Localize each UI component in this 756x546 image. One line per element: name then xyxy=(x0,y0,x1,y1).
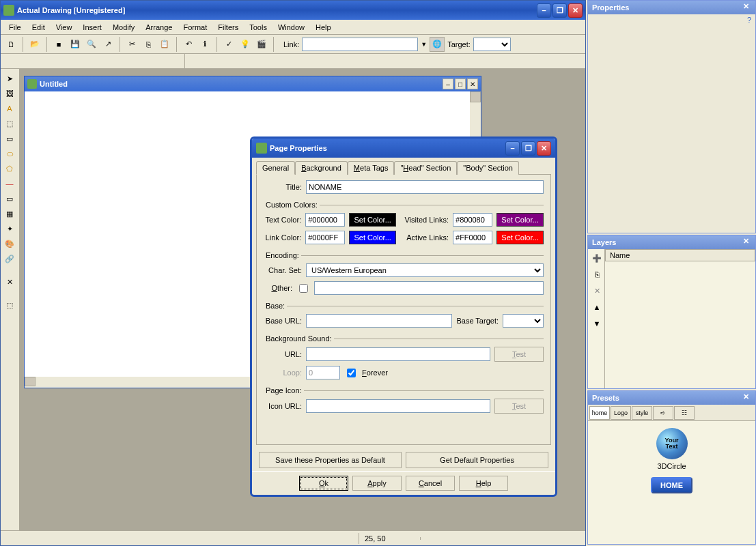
preset-tab-style[interactable]: style xyxy=(632,406,652,420)
bulb-icon[interactable]: 💡 xyxy=(238,37,253,52)
layer-up-icon[interactable]: ▲ xyxy=(591,301,603,313)
text-color-input[interactable] xyxy=(305,213,345,227)
active-links-button[interactable]: Set Color... xyxy=(496,231,544,244)
film-icon[interactable]: 🎬 xyxy=(254,37,269,52)
menu-insert[interactable]: Insert xyxy=(77,22,107,33)
doc-minimize-button[interactable]: – xyxy=(443,78,453,89)
stop-icon[interactable]: ■ xyxy=(51,37,66,52)
copy-icon[interactable]: ⎘ xyxy=(141,37,156,52)
link-color-button[interactable]: Set Color... xyxy=(349,231,396,244)
menu-file[interactable]: File xyxy=(3,22,27,33)
dialog-minimize-button[interactable]: – xyxy=(505,141,520,156)
layer-add-icon[interactable]: ➕ xyxy=(591,252,603,264)
close-button[interactable]: ✕ xyxy=(568,3,583,18)
menu-format[interactable]: Format xyxy=(178,22,212,33)
menu-tools[interactable]: Tools xyxy=(244,22,272,33)
preset-home[interactable]: HOME xyxy=(588,477,755,493)
preset-tab-grid[interactable]: ☷ xyxy=(674,406,695,420)
charset-select[interactable]: US/Western European xyxy=(306,263,544,277)
properties-help-icon[interactable]: ? xyxy=(588,14,755,25)
new-icon[interactable]: 🗋 xyxy=(3,37,18,52)
print-preview-icon[interactable]: 🔍 xyxy=(84,37,99,52)
menu-modify[interactable]: Modify xyxy=(107,22,140,33)
save-icon[interactable]: 💾 xyxy=(68,37,83,52)
cancel-button[interactable]: Cancel xyxy=(406,476,455,491)
help-button[interactable]: Help xyxy=(459,476,508,491)
target-select[interactable] xyxy=(473,38,511,51)
preset-tab-logo[interactable]: Logo xyxy=(611,406,631,420)
table-tool-icon[interactable]: ▦ xyxy=(2,207,17,220)
visited-links-input[interactable] xyxy=(453,213,492,227)
get-default-button[interactable]: Get Default Properties xyxy=(406,452,548,468)
info-icon[interactable]: ℹ xyxy=(197,37,212,52)
link-input[interactable] xyxy=(302,38,418,51)
tab-head[interactable]: "Head" Section xyxy=(394,161,457,175)
cut-icon[interactable]: ✂ xyxy=(124,37,139,52)
other-checkbox[interactable] xyxy=(299,284,308,293)
undo-icon[interactable]: ↶ xyxy=(181,37,196,52)
globe-icon[interactable]: 🌐 xyxy=(430,37,445,52)
text-color-button[interactable]: Set Color... xyxy=(349,213,396,227)
menu-help[interactable]: Help xyxy=(310,22,337,33)
dialog-maximize-button[interactable]: ❐ xyxy=(521,141,535,156)
preset-tab-arrow[interactable]: ➪ xyxy=(653,406,673,420)
tab-metatags[interactable]: Meta Tags xyxy=(348,161,395,175)
properties-close-icon[interactable]: ✕ xyxy=(740,2,751,13)
delete-tool-icon[interactable]: ✕ xyxy=(2,275,17,289)
menu-arrange[interactable]: Arrange xyxy=(140,22,178,33)
link-tool-icon[interactable]: 🔗 xyxy=(2,252,17,265)
sound-url-input[interactable] xyxy=(306,347,490,361)
dialog-titlebar[interactable]: Page Properties – ❐ ✕ xyxy=(252,139,555,158)
apply-button[interactable]: Apply xyxy=(352,476,402,491)
presets-close-icon[interactable]: ✕ xyxy=(740,392,751,403)
spellcheck-icon[interactable]: ✓ xyxy=(221,37,236,52)
title-bar[interactable]: Actual Drawing [Unregistered] – ❐ ✕ xyxy=(1,1,585,20)
visited-links-button[interactable]: Set Color... xyxy=(496,213,544,227)
menu-view[interactable]: View xyxy=(51,22,78,33)
document-titlebar[interactable]: Untitled – □ ✕ xyxy=(25,76,481,91)
polygon-tool-icon[interactable]: ⬠ xyxy=(2,162,17,175)
effect-tool-icon[interactable]: ✦ xyxy=(2,222,17,235)
base-url-input[interactable] xyxy=(306,314,452,328)
tab-background[interactable]: Background xyxy=(295,161,348,175)
menu-edit[interactable]: Edit xyxy=(27,22,51,33)
export-icon[interactable]: ↗ xyxy=(100,37,115,52)
preset-3dcircle[interactable]: YourText 3DCircle xyxy=(588,428,755,470)
title-input[interactable] xyxy=(306,180,544,194)
forever-checkbox[interactable] xyxy=(347,369,356,377)
menu-filters[interactable]: Filters xyxy=(212,22,244,33)
ok-button[interactable]: Ok xyxy=(299,476,348,491)
text-tool-icon[interactable]: A xyxy=(2,102,17,115)
layers-column-name[interactable]: Name xyxy=(605,249,755,261)
other-input[interactable] xyxy=(314,281,544,295)
doc-close-button[interactable]: ✕ xyxy=(467,78,478,89)
paint-tool-icon[interactable]: 🎨 xyxy=(2,237,17,250)
link-color-input[interactable] xyxy=(305,231,345,244)
form-tool-icon[interactable]: ⬚ xyxy=(2,117,17,130)
ellipse-tool-icon[interactable]: ⬭ xyxy=(2,147,17,160)
paste-icon[interactable]: 📋 xyxy=(157,37,172,52)
minimize-button[interactable]: – xyxy=(537,3,551,18)
dialog-close-button[interactable]: ✕ xyxy=(537,141,551,156)
tab-general[interactable]: General xyxy=(256,161,295,175)
save-default-button[interactable]: Save these Properties as Default xyxy=(259,452,402,468)
button-tool-icon[interactable]: ▭ xyxy=(2,192,17,205)
menu-window[interactable]: Window xyxy=(272,22,310,33)
tab-body[interactable]: "Body" Section xyxy=(457,161,519,175)
layer-down-icon[interactable]: ▼ xyxy=(591,317,603,330)
layers-close-icon[interactable]: ✕ xyxy=(740,237,751,248)
image-tool-icon[interactable]: 🖼 xyxy=(2,87,17,100)
icon-url-input[interactable] xyxy=(306,399,490,413)
preset-tab-home[interactable]: home xyxy=(589,406,610,420)
doc-maximize-button[interactable]: □ xyxy=(455,78,466,89)
maximize-button[interactable]: ❐ xyxy=(552,3,567,18)
pointer-tool-icon[interactable]: ➤ xyxy=(2,72,17,85)
open-icon[interactable]: 📂 xyxy=(27,37,42,52)
layer-dup-icon[interactable]: ⎘ xyxy=(591,268,603,281)
layer-delete-icon[interactable]: ✕ xyxy=(591,285,603,297)
layer-tool-icon[interactable]: ⬚ xyxy=(2,298,17,312)
line-tool-icon[interactable]: — xyxy=(2,177,17,190)
shape-tool-icon[interactable]: ▭ xyxy=(2,132,17,145)
active-links-input[interactable] xyxy=(453,231,492,244)
base-target-select[interactable] xyxy=(503,314,544,328)
